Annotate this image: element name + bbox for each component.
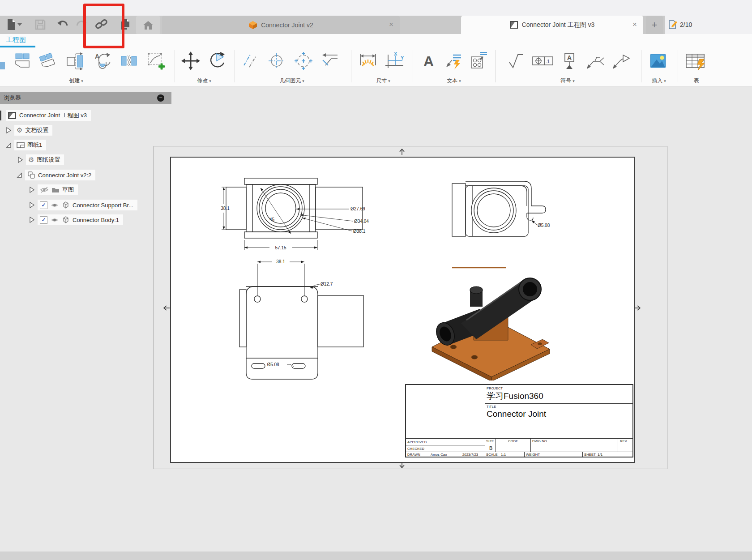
sheet-handle-left[interactable] [162, 304, 171, 312]
group-label-text[interactable]: 文本▾ [447, 77, 461, 85]
group-label-insert[interactable]: 插入▾ [652, 77, 666, 85]
arrow-symbol-icon [610, 51, 631, 71]
tab-connector-joint-v2[interactable]: Connector Joint v2 × [162, 16, 400, 34]
group-label-modify[interactable]: 修改▾ [197, 77, 211, 85]
section-view-icon [65, 51, 85, 71]
tab-label: Connector Joint 工程图 v3 [522, 21, 595, 29]
section-view-tool[interactable] [64, 50, 86, 72]
browser-item-sheet1[interactable]: 图纸1 [5, 140, 46, 150]
browser-collapse-button[interactable]: − [157, 94, 164, 102]
new-sketch-tool[interactable] [145, 50, 167, 72]
weight-label: WEIGHT [526, 453, 540, 457]
ribbon-divider [235, 50, 235, 82]
tab-connector-joint-drawing-v3[interactable]: Connector Joint 工程图 v3 × [461, 16, 643, 34]
gear-icon: ⚙ [17, 126, 22, 134]
text-tool[interactable]: A [418, 50, 440, 72]
tab-close-icon[interactable]: × [389, 20, 393, 30]
group-label-create[interactable]: 创建▾ [69, 77, 83, 85]
expand-arrow-icon[interactable] [29, 216, 35, 223]
caret-down-icon: ▾ [459, 79, 461, 83]
browser-item-document-settings[interactable]: ⚙ 文档设置 [5, 125, 52, 136]
edge-extension-tool[interactable] [319, 50, 340, 72]
break-view-tool[interactable] [118, 50, 140, 72]
weld-symbol-tool[interactable] [584, 50, 605, 72]
arrow-symbol-tool[interactable] [610, 50, 631, 72]
undo-button[interactable] [56, 18, 69, 31]
group-label-table[interactable]: 表 [694, 77, 699, 85]
approved-label: APPROVED [407, 440, 427, 444]
window-bottom-strip [0, 551, 752, 560]
workspace-tab-drawing[interactable]: 工程图 [6, 36, 26, 44]
browser-item-component[interactable]: Connector Joint v2:2 [16, 170, 95, 180]
group-label-dimension[interactable]: 尺寸▾ [376, 77, 390, 85]
new-tab-button[interactable]: + [646, 16, 663, 34]
browser-item-connector-body[interactable]: ✓ Connector Body:1 [29, 214, 123, 225]
detail-view-icon: A [92, 51, 112, 71]
caret-down-icon: ▾ [209, 79, 211, 83]
drawing-view-top[interactable]: 38.1 45 Ø27.69 Ø34.04 Ø38.1 57.15 [219, 175, 389, 255]
expand-arrow-icon[interactable] [5, 127, 12, 134]
annotation-highlight-box [83, 4, 124, 48]
visibility-checkbox[interactable]: ✓ [40, 201, 47, 209]
expand-arrow-icon[interactable] [29, 186, 35, 193]
eye-icon [50, 217, 59, 223]
home-button[interactable] [136, 16, 160, 34]
weld-symbol-icon [584, 51, 605, 71]
group-label-symbols[interactable]: 符号▾ [560, 77, 575, 85]
ribbon-divider [678, 50, 678, 82]
table-tool[interactable] [684, 50, 709, 72]
scale-label: SCALE [486, 453, 498, 457]
ordinate-dimension-icon: X Y [384, 51, 406, 71]
eye-icon [50, 202, 59, 208]
visibility-checkbox[interactable]: ✓ [40, 216, 47, 224]
group-label-geometry[interactable]: 几何图元▾ [279, 77, 304, 85]
body-cube-icon [62, 201, 70, 209]
detail-view-tool[interactable]: A [91, 50, 113, 72]
ordinate-dimension-tool[interactable]: X Y [383, 50, 406, 72]
plus-icon: + [652, 19, 658, 31]
browser-root-item[interactable]: Connector Joint 工程图 v3 [6, 110, 91, 121]
hole-note-tool[interactable] [467, 50, 489, 72]
sheet-handle-top[interactable] [398, 148, 406, 156]
center-pattern-tool[interactable] [293, 50, 314, 72]
drawing-view-front[interactable]: 38.1 Ø12.7 Ø5.08 [237, 257, 392, 394]
drawing-view-isometric[interactable] [425, 264, 555, 380]
expand-arrow-icon[interactable] [17, 156, 23, 163]
insert-image-tool[interactable] [647, 50, 669, 72]
datum-identifier-tool[interactable]: A [559, 50, 580, 72]
save-button[interactable] [34, 18, 47, 31]
browser-item-support-bracket[interactable]: ✓ Connector Support Br... [29, 200, 137, 210]
surface-finish-tool[interactable] [505, 50, 526, 72]
browser-edge-mark [0, 111, 1, 120]
expand-arrow-icon[interactable] [29, 201, 35, 209]
partial-tool-icon[interactable] [0, 62, 5, 69]
project-value: 学习Fusion360 [487, 390, 543, 402]
dimension-tool[interactable] [356, 50, 380, 72]
drawing-view-side[interactable]: Ø5.08 [441, 175, 566, 251]
doc-pencil-icon [668, 20, 678, 30]
center-mark-tool[interactable] [266, 50, 287, 72]
checked-label: CHECKED [407, 447, 424, 451]
scale-value: 1:1 [501, 453, 506, 457]
drawn-by: Amos Cao [431, 453, 447, 457]
leader-note-tool[interactable] [442, 50, 464, 72]
move-tool[interactable] [180, 50, 201, 72]
browser-item-sketches[interactable]: 草图 [29, 184, 78, 195]
file-menu-button[interactable] [5, 18, 18, 31]
projected-view-tool[interactable] [37, 50, 58, 72]
centerline-tool[interactable] [240, 50, 261, 72]
component-icon [27, 171, 35, 179]
file-icon [6, 19, 17, 30]
browser-item-sheet-settings[interactable]: ⚙ 图纸设置 [17, 154, 64, 165]
tab-close-icon[interactable]: × [632, 20, 637, 30]
base-view-tool[interactable] [12, 50, 33, 72]
browser-header[interactable]: 浏览器 − [0, 92, 171, 104]
home-icon [143, 20, 154, 30]
rotate-tool[interactable] [206, 50, 227, 72]
tab-counter-badge[interactable]: 2/10 [668, 18, 692, 31]
feature-control-frame-tool[interactable]: .1 [531, 50, 555, 72]
undo-icon [56, 19, 69, 30]
collapse-arrow-icon[interactable] [5, 141, 12, 149]
file-menu-caret[interactable] [17, 18, 22, 31]
collapse-arrow-icon[interactable] [16, 171, 22, 179]
